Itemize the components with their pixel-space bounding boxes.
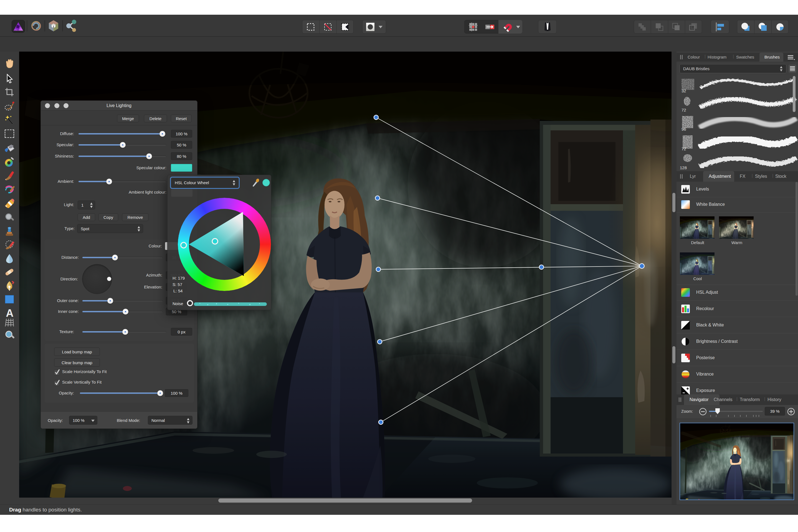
svg-text:32: 32	[682, 89, 686, 93]
svg-text:96: 96	[682, 127, 686, 132]
svg-text:72: 72	[682, 147, 686, 151]
svg-text:72: 72	[682, 108, 686, 112]
svg-text:128: 128	[680, 165, 687, 170]
